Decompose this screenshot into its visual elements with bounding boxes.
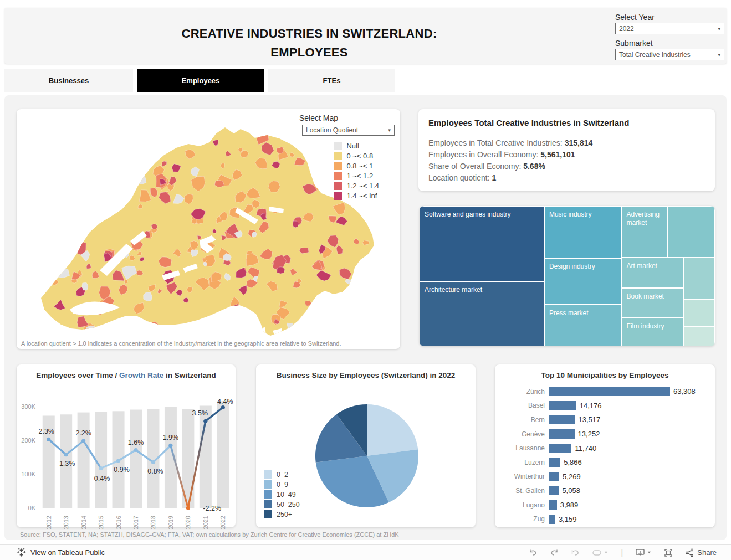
select-year-dropdown[interactable]: 2022 ▾ bbox=[615, 23, 724, 34]
pie-legend-item[interactable]: 0–9 bbox=[264, 480, 300, 489]
treemap-cell-art-market[interactable]: Art market bbox=[622, 258, 684, 288]
municipality-region[interactable] bbox=[359, 269, 372, 280]
municipality-region[interactable] bbox=[39, 177, 52, 187]
tab-ftes[interactable]: FTEs bbox=[268, 69, 395, 92]
tab-employees[interactable]: Employees bbox=[137, 69, 264, 92]
municipality-region[interactable] bbox=[74, 194, 82, 203]
map-legend-item[interactable]: 0 ~< 0.8 bbox=[334, 152, 379, 160]
municipality-region[interactable] bbox=[114, 162, 125, 169]
share-button[interactable]: Share bbox=[685, 548, 717, 557]
municipality-region[interactable] bbox=[323, 301, 335, 315]
employees-bar-2014[interactable] bbox=[78, 413, 90, 508]
municipality-region[interactable] bbox=[290, 135, 297, 142]
municipality-region[interactable] bbox=[103, 174, 116, 185]
municipality-region[interactable] bbox=[57, 259, 62, 263]
municipality-region[interactable] bbox=[356, 270, 369, 281]
municipality-region[interactable] bbox=[71, 165, 75, 168]
growth-point-2020[interactable] bbox=[186, 506, 190, 510]
municipality-bar[interactable] bbox=[549, 458, 560, 467]
municipality-region[interactable] bbox=[88, 135, 99, 145]
growth-point-2018[interactable] bbox=[151, 460, 155, 464]
top10-row-lugano[interactable]: Lugano3,989 bbox=[500, 498, 709, 512]
top10-row-zürich[interactable]: Zürich63,308 bbox=[500, 384, 709, 399]
top10-row-bern[interactable]: Bern13,517 bbox=[500, 413, 709, 427]
municipality-region[interactable] bbox=[135, 174, 146, 184]
top10-row-genève[interactable]: Genève13,252 bbox=[500, 427, 709, 441]
municipality-region[interactable] bbox=[331, 313, 336, 318]
pie-legend-item[interactable]: 10–49 bbox=[264, 490, 300, 499]
growth-point-2019[interactable] bbox=[168, 444, 172, 448]
map-legend-item[interactable]: 1 ~< 1.2 bbox=[334, 172, 379, 180]
municipality-region[interactable] bbox=[277, 124, 289, 139]
municipality-region[interactable] bbox=[267, 126, 277, 133]
treemap-cell[interactable] bbox=[684, 327, 715, 346]
municipality-region[interactable] bbox=[343, 296, 351, 303]
reset-button[interactable] bbox=[571, 548, 580, 557]
municipality-region[interactable] bbox=[57, 224, 65, 233]
map-legend-item[interactable]: 1.2 ~< 1.4 bbox=[334, 182, 379, 190]
municipality-region[interactable] bbox=[311, 309, 320, 318]
municipality-region[interactable] bbox=[117, 321, 126, 329]
municipality-region[interactable] bbox=[202, 321, 206, 326]
treemap-cell-design-industry[interactable]: Design industry bbox=[544, 258, 622, 305]
municipality-region[interactable] bbox=[312, 325, 320, 333]
top10-row-zug[interactable]: Zug3,159 bbox=[500, 512, 709, 526]
top10-row-luzern[interactable]: Luzern5,866 bbox=[500, 455, 709, 470]
municipality-bar[interactable] bbox=[549, 401, 576, 410]
municipality-region[interactable] bbox=[339, 297, 344, 302]
top10-row-st--gallen[interactable]: St. Gallen5,058 bbox=[500, 484, 709, 498]
pie-legend-item[interactable]: 0–2 bbox=[264, 470, 300, 479]
growth-point-2014[interactable] bbox=[81, 439, 85, 443]
municipality-region[interactable] bbox=[319, 168, 324, 174]
employees-bar-2017[interactable] bbox=[130, 410, 142, 508]
municipality-region[interactable] bbox=[136, 323, 149, 333]
municipality-region[interactable] bbox=[53, 243, 60, 250]
map-legend-item[interactable]: Null bbox=[334, 142, 379, 150]
municipality-bar[interactable] bbox=[549, 515, 555, 524]
municipality-region[interactable] bbox=[98, 131, 106, 138]
municipality-region[interactable] bbox=[229, 324, 242, 334]
treemap-cell[interactable] bbox=[684, 300, 715, 327]
municipality-region[interactable] bbox=[67, 136, 76, 143]
municipality-region[interactable] bbox=[278, 132, 283, 138]
map-type-dropdown[interactable]: Location Quotient ▾ bbox=[302, 125, 395, 136]
municipality-region[interactable] bbox=[320, 161, 328, 170]
municipality-region[interactable] bbox=[79, 182, 89, 193]
municipality-region[interactable] bbox=[49, 188, 57, 194]
municipality-region[interactable] bbox=[127, 130, 137, 141]
municipality-region[interactable] bbox=[64, 127, 74, 138]
municipality-region[interactable] bbox=[106, 326, 113, 332]
municipality-region[interactable] bbox=[330, 321, 336, 326]
municipality-region[interactable] bbox=[228, 306, 240, 315]
municipality-region[interactable] bbox=[81, 158, 86, 163]
growth-point-2013[interactable] bbox=[64, 453, 68, 456]
municipality-region[interactable] bbox=[346, 329, 350, 333]
municipality-region[interactable] bbox=[96, 202, 110, 213]
treemap-cell-film-industry[interactable]: Film industry bbox=[622, 318, 684, 346]
municipality-region[interactable] bbox=[109, 170, 119, 181]
growth-point-2017[interactable] bbox=[134, 448, 137, 452]
municipality-region[interactable] bbox=[116, 173, 121, 177]
municipality-region[interactable] bbox=[71, 166, 77, 172]
municipality-region[interactable] bbox=[289, 326, 301, 339]
municipality-bar[interactable] bbox=[549, 444, 571, 453]
municipality-region[interactable] bbox=[366, 268, 372, 273]
municipality-bar[interactable] bbox=[549, 500, 557, 510]
pie-legend-item[interactable]: 250+ bbox=[264, 510, 300, 518]
municipality-region[interactable] bbox=[76, 238, 80, 242]
municipality-region[interactable] bbox=[92, 183, 104, 197]
treemap-cell-architecture-market[interactable]: Architecture market bbox=[420, 281, 544, 346]
municipality-bar[interactable] bbox=[549, 429, 575, 439]
municipality-region[interactable] bbox=[328, 305, 338, 314]
employees-bar-2022[interactable] bbox=[217, 401, 229, 508]
treemap-cell-advertising-market[interactable]: Advertising market bbox=[622, 206, 668, 258]
municipality-region[interactable] bbox=[124, 185, 130, 189]
growth-point-2021[interactable] bbox=[203, 419, 207, 423]
download-button[interactable] bbox=[635, 548, 652, 557]
municipality-region[interactable] bbox=[366, 325, 372, 333]
municipality-region[interactable] bbox=[230, 321, 239, 328]
treemap-cell[interactable] bbox=[667, 206, 715, 258]
submarket-dropdown[interactable]: Total Creative Industries ▾ bbox=[615, 49, 724, 60]
growth-point-2016[interactable] bbox=[116, 459, 120, 463]
employees-growth-chart[interactable]: 0K100K200K300K20122013201420152016201720… bbox=[17, 379, 236, 529]
